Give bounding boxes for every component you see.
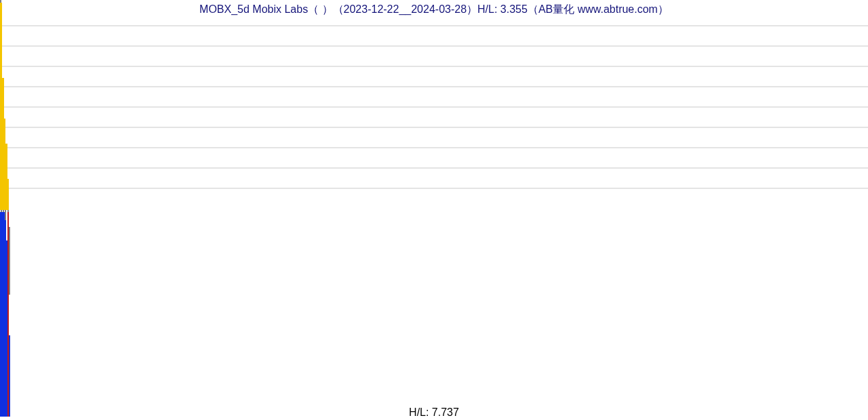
svg-rect-10 bbox=[0, 3, 2, 210]
svg-rect-21 bbox=[2, 212, 3, 417]
svg-rect-20 bbox=[0, 212, 2, 417]
svg-rect-12 bbox=[4, 119, 5, 210]
svg-rect-23 bbox=[5, 220, 6, 417]
svg-rect-11 bbox=[2, 78, 4, 210]
svg-rect-26 bbox=[7, 212, 9, 417]
svg-rect-22 bbox=[3, 212, 5, 417]
svg-rect-24 bbox=[6, 240, 7, 417]
svg-rect-27 bbox=[9, 335, 10, 417]
lower-panel bbox=[0, 210, 868, 417]
chart-subtitle: H/L: 7.737 bbox=[0, 406, 868, 419]
chart-container: MOBX_5d Mobix Labs（ ）（2023-12-22__2024-0… bbox=[0, 0, 868, 420]
svg-rect-14 bbox=[7, 179, 9, 210]
upper-panel bbox=[0, 0, 868, 210]
svg-rect-13 bbox=[5, 144, 7, 210]
